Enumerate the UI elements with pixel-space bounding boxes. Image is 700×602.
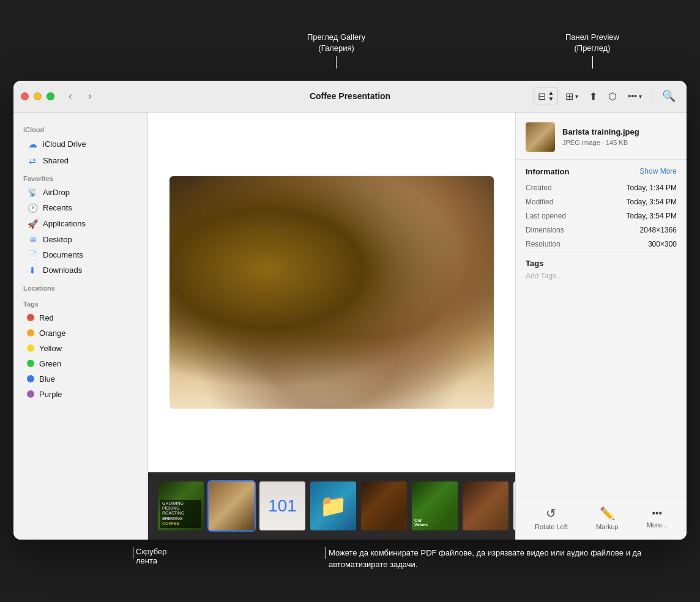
sidebar-item-desktop[interactable]: 🖥 Desktop xyxy=(17,232,144,247)
tags-placeholder[interactable]: Add Tags... xyxy=(526,272,677,280)
green-tag-dot xyxy=(27,360,34,367)
close-button[interactable] xyxy=(21,92,29,100)
more-tools-icon: ••• xyxy=(652,508,662,519)
thumbnail-5[interactable] xyxy=(361,481,407,530)
meta-resolution: Resolution 300×300 xyxy=(526,237,677,251)
sidebar-item-airdrop-label: AirDrop xyxy=(43,188,70,197)
tag-red-label: Red xyxy=(39,313,54,322)
thumbnail-8[interactable] xyxy=(513,481,515,530)
more-tools-label: More... xyxy=(647,521,668,529)
sidebar-item-applications-label: Applications xyxy=(43,219,86,228)
more-button[interactable]: ••• ▾ xyxy=(624,87,646,105)
sidebar-tag-purple[interactable]: Purple xyxy=(17,387,144,402)
preview-panel: Barista training.jpeg JPEG image · 145 K… xyxy=(515,113,687,540)
toolbar-right: ⊟ ▲▼ ⊞ ▾ ⬆ ⬡ ••• ▾ xyxy=(534,87,679,105)
sidebar-item-shared-label: Shared xyxy=(43,156,69,165)
thumbnail-7[interactable] xyxy=(463,481,508,530)
scrubber-annotation: Скрубер лента xyxy=(20,547,154,571)
sidebar-item-desktop-label: Desktop xyxy=(43,235,72,244)
tags-section-label: Tags xyxy=(13,294,147,310)
thumbnail-6[interactable]: OurValues xyxy=(412,481,458,530)
airdrop-icon: 📡 xyxy=(27,188,38,197)
gallery-view[interactable] xyxy=(148,113,515,472)
preview-file-info: Barista training.jpeg JPEG image · 145 K… xyxy=(562,127,677,146)
sidebar-item-recents[interactable]: 🕐 Recents xyxy=(17,200,144,216)
more-tools-button[interactable]: ••• More... xyxy=(639,504,675,532)
sidebar-item-icloud-drive[interactable]: ☁ iCloud Drive xyxy=(17,136,144,153)
chevron-down-small-icon: ▾ xyxy=(639,93,642,100)
tag-green-label: Green xyxy=(39,359,61,368)
markup-icon: ✏️ xyxy=(600,506,615,521)
more-icon: ••• xyxy=(628,91,637,101)
search-icon: 🔍 xyxy=(662,89,676,103)
sidebar-item-downloads[interactable]: ⬇ Downloads xyxy=(17,262,144,278)
maximize-button[interactable] xyxy=(47,92,54,100)
tag-icon: ⬡ xyxy=(608,91,617,102)
preview-annotation: Панел Preview (Преглед) xyxy=(565,32,619,69)
meta-last-opened: Last opened Today, 3:54 PM xyxy=(526,209,677,223)
show-more-link[interactable]: Show More xyxy=(639,167,677,176)
titlebar: ‹ › Coffee Presentation ⊟ ▲▼ ⊞ ▾ xyxy=(13,81,687,113)
sidebar-item-shared[interactable]: ⇄ Shared xyxy=(17,153,144,169)
applications-icon: 🚀 xyxy=(27,219,38,229)
chevron-down-icon: ▾ xyxy=(575,93,578,100)
chevron-right-icon: › xyxy=(88,91,91,102)
content-area: iCloud ☁ iCloud Drive ⇄ Shared Favorites… xyxy=(13,113,687,540)
gallery-view-button[interactable]: ⊟ ▲▼ xyxy=(534,87,558,105)
thumbnail-2[interactable] xyxy=(209,481,255,530)
tags-section: Tags Add Tags... xyxy=(526,259,677,280)
view-options-button[interactable]: ⊞ ▾ xyxy=(562,87,582,105)
sidebar-item-downloads-label: Downloads xyxy=(43,266,82,275)
search-button[interactable]: 🔍 xyxy=(658,87,679,105)
chevron-left-icon: ‹ xyxy=(69,91,72,102)
share-button[interactable]: ⬆ xyxy=(586,87,601,105)
gallery-arrows-icon: ▲▼ xyxy=(548,90,554,102)
rotate-left-icon: ↺ xyxy=(546,506,556,521)
shared-icon: ⇄ xyxy=(27,156,38,166)
sidebar-tag-blue[interactable]: Blue xyxy=(17,371,144,387)
sidebar-item-airdrop[interactable]: 📡 AirDrop xyxy=(17,185,144,200)
red-tag-dot xyxy=(27,314,34,321)
sidebar-item-documents[interactable]: 📄 Documents xyxy=(17,247,144,262)
tags-button[interactable]: ⬡ xyxy=(605,87,620,105)
thumbnail-4[interactable]: 📁 xyxy=(310,481,356,530)
desktop-icon: 🖥 xyxy=(27,235,38,244)
downloads-icon: ⬇ xyxy=(27,266,38,275)
preview-header: Barista training.jpeg JPEG image · 145 K… xyxy=(516,113,687,160)
gallery-icon: ⊟ xyxy=(538,91,546,102)
thumbnail-3[interactable]: 101 xyxy=(259,481,305,530)
rotate-left-button[interactable]: ↺ Rotate Left xyxy=(527,502,575,534)
preview-filename: Barista training.jpeg xyxy=(562,127,677,138)
sidebar: iCloud ☁ iCloud Drive ⇄ Shared Favorites… xyxy=(13,113,148,540)
markup-label: Markup xyxy=(596,523,619,530)
sidebar-tag-orange[interactable]: Orange xyxy=(17,325,144,341)
preview-toolbar: ↺ Rotate Left ✏️ Markup ••• More... xyxy=(516,497,687,540)
sidebar-tag-green[interactable]: Green xyxy=(17,356,144,371)
sidebar-item-recents-label: Recents xyxy=(43,203,72,212)
markup-button[interactable]: ✏️ Markup xyxy=(589,502,626,534)
back-button[interactable]: ‹ xyxy=(62,87,79,105)
gallery-annotation: Преглед Gallery (Галерия) xyxy=(307,32,365,69)
finder-window: ‹ › Coffee Presentation ⊟ ▲▼ ⊞ ▾ xyxy=(13,81,687,540)
sidebar-tag-red[interactable]: Red xyxy=(17,310,144,325)
locations-section-label: Locations xyxy=(13,278,147,294)
purple-tag-dot xyxy=(27,390,34,398)
thumbnail-1[interactable]: GROWINGPICKINGROASTINGBREWINGCOFFEE xyxy=(158,481,204,530)
sidebar-item-applications[interactable]: 🚀 Applications xyxy=(17,216,144,232)
toolbar-divider xyxy=(652,89,652,103)
minimize-button[interactable] xyxy=(34,92,42,100)
rotate-left-label: Rotate Left xyxy=(535,523,568,530)
main-area: GROWINGPICKINGROASTINGBREWINGCOFFEE 101 … xyxy=(148,113,515,540)
preview-thumbnail xyxy=(526,122,555,152)
forward-button[interactable]: › xyxy=(81,87,99,105)
icloud-icon: ☁ xyxy=(27,139,38,150)
sidebar-tag-yellow[interactable]: Yellow xyxy=(17,341,144,356)
icloud-section-label: iCloud xyxy=(13,120,147,136)
recents-icon: 🕐 xyxy=(27,203,38,213)
nav-buttons: ‹ › xyxy=(62,87,99,105)
scrubber-bar: GROWINGPICKINGROASTINGBREWINGCOFFEE 101 … xyxy=(148,472,515,540)
traffic-lights xyxy=(21,92,54,100)
sidebar-item-documents-label: Documents xyxy=(43,250,83,259)
preview-metadata: Information Show More Created Today, 1:3… xyxy=(516,160,687,497)
tags-section-title: Tags xyxy=(526,259,677,268)
